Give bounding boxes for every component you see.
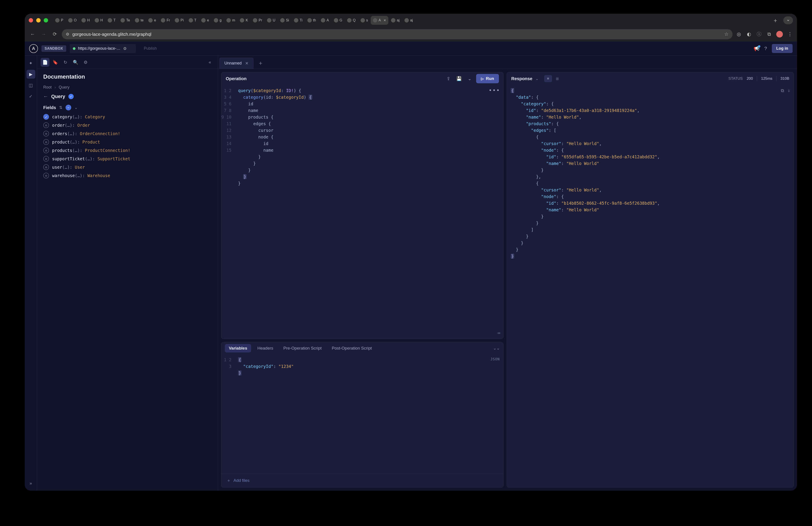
browser-tab[interactable]: U: [265, 16, 278, 25]
field-row[interactable]: ⊕supportTicket(…): SupportTicket: [43, 156, 212, 162]
publish-button[interactable]: Publish: [140, 44, 161, 53]
browser-tab[interactable]: H: [79, 16, 92, 25]
rail-schema-icon[interactable]: ✦: [27, 59, 35, 68]
window-maximize-button[interactable]: [44, 18, 48, 23]
sidebar-history-icon[interactable]: ↻: [61, 58, 70, 67]
tab-overflow-button[interactable]: [783, 16, 793, 24]
browser-tab[interactable]: Pi: [173, 16, 186, 25]
editor-code[interactable]: query($categoryId: ID!) { category(id: $…: [234, 85, 503, 339]
keyboard-shortcuts-icon[interactable]: ⌨: [497, 330, 500, 337]
variables-code[interactable]: { "categoryId": "1234" }: [234, 354, 503, 473]
field-add-icon[interactable]: ⊕: [43, 147, 49, 153]
browser-tab[interactable]: Q: [345, 16, 358, 25]
rail-expand-icon[interactable]: »: [27, 479, 35, 487]
field-row[interactable]: ⊕orders(…): OrderConnection!: [43, 131, 212, 137]
field-add-icon[interactable]: ⊕: [43, 122, 49, 128]
save-operation-icon[interactable]: 💾: [455, 75, 463, 83]
query-selected-badge[interactable]: ✓: [68, 94, 74, 99]
extensions-menu-icon[interactable]: ⧉: [766, 31, 772, 37]
field-add-icon[interactable]: ⊕: [43, 131, 49, 137]
field-row[interactable]: ⊕order(…): Order: [43, 122, 212, 128]
fields-expand-icon[interactable]: ⌄: [74, 105, 78, 110]
window-close-button[interactable]: [29, 18, 33, 23]
field-type[interactable]: Product: [82, 140, 100, 144]
sidebar-bookmark-icon[interactable]: 🔖: [51, 58, 60, 67]
browser-tab[interactable]: Si: [278, 16, 291, 25]
rail-checks-icon[interactable]: ✓: [27, 92, 35, 101]
variables-tab[interactable]: Post-Operation Script: [328, 344, 376, 353]
url-bar[interactable]: ⚙ gorgeous-lace-agenda.glitch.me/graphql…: [62, 29, 733, 39]
field-checked-icon[interactable]: ✓: [43, 114, 49, 120]
sidebar-search-icon[interactable]: 🔍: [71, 58, 80, 67]
browser-tab[interactable]: th: [305, 16, 318, 25]
fields-sort-icon[interactable]: ⇅: [59, 105, 62, 110]
browser-tab[interactable]: e: [146, 16, 158, 25]
nav-reload-button[interactable]: ⟳: [51, 30, 59, 38]
browser-tab[interactable]: aj: [402, 16, 415, 25]
sidebar-collapse-icon[interactable]: «: [205, 58, 214, 67]
browser-tab[interactable]: te: [133, 16, 146, 25]
announcements-icon[interactable]: 📢: [754, 46, 759, 52]
sidebar-settings-icon[interactable]: ⚙: [81, 58, 90, 67]
response-view-json-icon[interactable]: ≡: [544, 75, 552, 82]
browser-tab[interactable]: s: [358, 16, 370, 25]
apollo-logo-icon[interactable]: A: [29, 44, 38, 53]
browser-tab[interactable]: Ti: [292, 16, 305, 25]
rail-explorer-icon[interactable]: ▶: [27, 70, 35, 79]
field-type[interactable]: ProductConnection!: [85, 148, 130, 153]
copy-response-icon[interactable]: ⧉: [781, 87, 784, 94]
endpoint-settings-icon[interactable]: ⚙: [123, 46, 127, 51]
window-minimize-button[interactable]: [36, 18, 41, 23]
share-icon[interactable]: ⇪: [445, 75, 452, 83]
response-view-table-icon[interactable]: ⊞: [553, 75, 561, 82]
browser-tab[interactable]: Te: [118, 16, 132, 25]
nav-forward-button[interactable]: →: [40, 30, 48, 38]
browser-tab[interactable]: H: [92, 16, 105, 25]
close-tab-icon[interactable]: ✕: [245, 61, 248, 66]
variables-collapse-icon[interactable]: ⌄⌄: [493, 346, 500, 351]
breadcrumb-root[interactable]: Root: [43, 85, 52, 89]
rail-diff-icon[interactable]: ◫: [27, 81, 35, 90]
field-type[interactable]: Order: [77, 123, 90, 128]
add-files-button[interactable]: ＋ Add files: [221, 473, 503, 487]
editor-more-icon[interactable]: •••: [489, 87, 500, 94]
run-button[interactable]: ▷ Run: [476, 74, 499, 83]
endpoint-input[interactable]: https://gorgeous-lace-… ⚙: [70, 44, 136, 53]
back-arrow-icon[interactable]: ←: [43, 94, 48, 99]
variables-tab[interactable]: Variables: [225, 344, 251, 353]
field-row[interactable]: ⊕product(…): Product: [43, 139, 212, 145]
browser-tab[interactable]: P: [53, 16, 66, 25]
new-tab-button[interactable]: ＋: [771, 16, 779, 24]
bookmark-star-icon[interactable]: ☆: [724, 31, 729, 37]
field-type[interactable]: User: [75, 165, 85, 170]
help-icon[interactable]: ?: [764, 46, 767, 52]
browser-tab[interactable]: A: [319, 16, 331, 25]
variables-tab[interactable]: Headers: [253, 344, 277, 353]
browser-tab[interactable]: K: [238, 16, 250, 25]
fields-collapse-all-icon[interactable]: −: [66, 105, 71, 110]
profile-avatar[interactable]: [776, 31, 783, 38]
nav-back-button[interactable]: ←: [29, 30, 37, 38]
response-dropdown-icon[interactable]: ⌄: [536, 76, 538, 81]
browser-tab[interactable]: aj: [389, 16, 402, 25]
sidebar-docs-icon[interactable]: 📄: [41, 58, 49, 67]
variables-editor[interactable]: JSON 1 2 3 { "categoryId": "1234" }: [221, 354, 503, 473]
close-tab-icon[interactable]: ✕: [383, 18, 386, 22]
browser-tab[interactable]: e: [199, 16, 211, 25]
field-type[interactable]: OrderConnection!: [80, 131, 120, 136]
query-editor[interactable]: ••• ⌨ 1 2 3 4 5 6 7 8 9 10 11 12 13 14 1…: [221, 85, 503, 339]
browser-tab[interactable]: T: [186, 16, 199, 25]
browser-tab[interactable]: Pr: [251, 16, 264, 25]
field-add-icon[interactable]: ⊕: [43, 156, 49, 162]
site-settings-icon[interactable]: ⚙: [66, 32, 69, 37]
editor-tab[interactable]: Unnamed ✕: [219, 58, 253, 69]
browser-tab[interactable]: g: [212, 16, 224, 25]
field-add-icon[interactable]: ⊕: [43, 173, 49, 179]
field-type[interactable]: Warehouse: [87, 173, 110, 178]
browser-tab[interactable]: m: [224, 16, 237, 25]
field-add-icon[interactable]: ⊕: [43, 139, 49, 145]
field-row[interactable]: ⊕products(…): ProductConnection!: [43, 147, 212, 153]
download-response-icon[interactable]: ⇩: [787, 87, 790, 94]
field-add-icon[interactable]: ⊕: [43, 164, 49, 170]
variables-tab[interactable]: Pre-Operation Script: [279, 344, 325, 353]
